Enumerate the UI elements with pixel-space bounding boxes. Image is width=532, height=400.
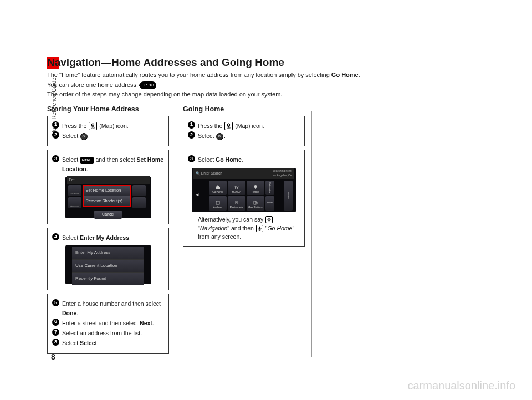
svg-point-4 [228,124,230,126]
text-bold: Done [62,310,76,316]
intro-line-3: The order of the steps may change depend… [47,90,490,99]
text: Select [62,132,80,139]
nav-tile-gas: Gas Stations [247,196,264,211]
svg-rect-8 [216,201,219,204]
text-bold: Select [80,340,97,346]
search-icon [216,133,223,140]
text: Enter a street and then select [62,320,140,326]
tile-label: Restaurants [230,206,243,210]
page-title: Navigation—Home Addresses and Going Home [47,44,490,69]
text: . [224,132,226,139]
text: (Map) icon. [98,122,128,129]
step-number: 1 [188,121,195,129]
nav-tile-categories: Categories [265,181,274,195]
text: Enter Search [201,171,222,175]
tile-label: HONDA [232,191,241,194]
step-number: 4 [52,233,59,240]
voice-icon [256,225,263,232]
nav-tile-restaurants: Restaurants [228,196,245,211]
text-italic: Navigation [200,225,228,232]
text-bold: Go Home [331,71,359,78]
box-step-3: 3 Select Go Home. 🔍 Enter Search Searchi… [183,150,305,247]
intro-line-2: You can store one home address. P. 18 [47,80,490,90]
text: Select [198,156,216,163]
box-steps-1-2: 1 Press the MAP (Map) icon. 2 Select . [183,116,305,147]
arrow-left-icon: ◄ [195,192,200,198]
step-6: 6 Enter a street and then select Next. [52,319,164,327]
text: Ent [69,177,75,183]
svg-line-7 [220,137,221,138]
step-number: 2 [52,131,59,139]
tile-label: Categories [268,182,272,193]
step-3: 3 Select MENU and then select Set Home L… [52,155,164,173]
step-4: 4 Select Enter My Address. [52,233,164,242]
step-number: 1 [52,121,59,129]
text: Select [62,234,80,241]
columns: Storing Your Home Address 1 Press the MA… [47,104,490,357]
text: Select an address from the list. [62,330,142,336]
tile-label: Gas Stations [248,206,263,210]
step-8: 8 Select Select. [52,339,164,347]
intro-line-1: The "Home" feature automatically routes … [47,70,490,80]
step-number: 8 [52,339,59,346]
ghost-tile [132,197,146,208]
nav-tile-honda: HONDA [228,181,245,195]
menu-list: Enter My Address Use Current Location Re… [72,247,144,285]
step-number: 3 [188,155,195,162]
map-icon: MAP [224,122,233,130]
step-7: 7 Select an address from the list. [52,329,164,337]
svg-rect-11 [259,227,260,229]
step-number: 7 [52,329,59,336]
tile-label: Places [252,191,259,194]
text: " and then [227,225,255,232]
text: . [86,166,88,172]
popup-menu: Set Home Location Remove Shortcut(s) [83,185,131,207]
step-1: 1 Press the MAP (Map) icon. [52,121,164,131]
text: Enter a house number and then select [62,300,161,307]
col-heading: Storing Your Home Address [47,105,169,113]
nav-tile-go-home: Go Home [209,181,227,195]
svg-rect-9 [254,201,256,204]
step-2: 2 Select . [188,131,300,140]
text: Press the [62,122,88,129]
search-label: 🔍 Enter Search [196,171,222,176]
nav-tile-saved: Saved [265,196,274,211]
location-label: Searching near: Los Angeles, CA [272,169,292,178]
box-step-4: 4 Select Enter My Address. Enter My Addr… [47,228,169,290]
text: You can store one home address. [47,81,138,88]
nav-bar: 🔍 Enter Search Searching near: Los Angel… [193,168,294,179]
svg-text:MAP: MAP [227,128,231,130]
text: Select [62,340,80,346]
step-2: 2 Select . [52,131,164,140]
watermark: carmanualsonline.info [407,380,515,392]
search-icon [80,133,88,140]
menu-icon: MENU [80,157,93,164]
text: Select [198,132,216,139]
tile-label: Saved [267,201,273,204]
step-1: 1 Press the MAP (Map) icon. [188,121,300,131]
screenshot-go-home: 🔍 Enter Search Searching near: Los Angel… [192,168,296,212]
nav-tile-recent: Recent [284,181,293,211]
list-item: Enter My Address [72,247,144,259]
box-steps-5-8: 5 Enter a house number and then select D… [47,294,169,353]
screenshot-enter-address: Enter My Address Use Current Location Re… [65,245,151,284]
col-heading: Going Home [183,105,305,113]
screenshot-set-home: Ent Go Home Address Set Home Location Re… [65,177,151,218]
text: . [88,132,90,139]
svg-text:MAP: MAP [91,128,95,130]
step-3: 3 Select Go Home. [188,155,300,164]
text: . [97,340,99,346]
nav-tile-address: Address [209,196,227,211]
col-going: Going Home 1 Press the MAP (Map) icon. 2… [183,104,305,357]
popup-item: Remove Shortcut(s) [84,196,130,207]
svg-point-2 [83,135,85,137]
map-icon: MAP [89,122,97,130]
tile-label: Address [213,206,223,210]
ghost-tile: Go Home [68,185,81,196]
tile-label: Go Home [212,191,223,194]
tile-label: Recent [287,192,290,199]
svg-rect-10 [269,218,270,220]
text: and then select [94,156,137,163]
step-number: 3 [52,155,59,162]
cancel-button: Cancel [94,211,122,219]
